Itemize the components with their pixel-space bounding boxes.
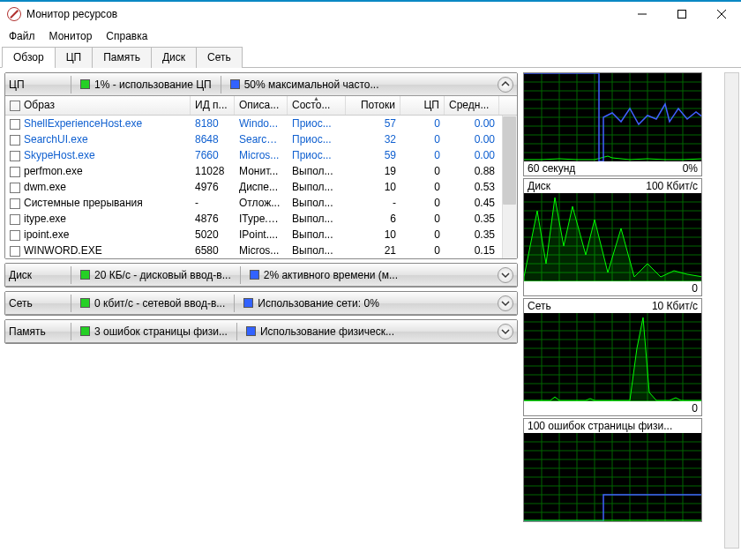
- graph-disk-max: 100 Кбит/с: [646, 180, 698, 192]
- section-memory: Память 3 ошибок страницы физи... Использ…: [4, 319, 518, 344]
- row-checkbox[interactable]: [10, 230, 20, 241]
- section-disk-header[interactable]: Диск 20 КБ/с - дисковый ввод-в... 2% акт…: [5, 264, 517, 287]
- col-image[interactable]: Образ: [5, 96, 191, 115]
- section-network-header[interactable]: Сеть 0 кбит/с - сетевой ввод-в... Исполь…: [5, 292, 517, 315]
- cpu-freq-icon: [230, 79, 240, 89]
- mem-use-icon: [246, 326, 256, 336]
- row-checkbox[interactable]: [10, 183, 20, 193]
- disk-io-text: 20 КБ/с - дисковый ввод-в...: [94, 269, 231, 281]
- table-row[interactable]: SearchUI.exe8648Search ...Приос...3200.0…: [5, 131, 517, 147]
- disk-active-icon: [250, 270, 259, 280]
- table-body: ShellExperienceHost.exe8180Windo...Приос…: [5, 116, 517, 258]
- net-use-icon: [243, 298, 253, 308]
- network-chart: [524, 313, 701, 401]
- expand-memory-button[interactable]: [498, 324, 513, 340]
- section-cpu-title: ЦП: [9, 78, 62, 91]
- graph-disk: Диск100 Кбит/с 0: [523, 178, 702, 296]
- tab-cpu[interactable]: ЦП: [55, 47, 94, 68]
- col-avg[interactable]: Средн...: [445, 96, 499, 115]
- disk-active-text: 2% активного времени (м...: [264, 269, 398, 281]
- col-status[interactable]: ▲Состо...: [288, 96, 346, 115]
- section-cpu: ЦП 1% - использование ЦП 50% максимально…: [4, 72, 518, 259]
- row-checkbox[interactable]: [10, 246, 20, 257]
- table-row[interactable]: dwm.exe4976Диспе...Выпол...1000.53: [5, 179, 517, 195]
- section-memory-title: Память: [9, 325, 62, 338]
- minimize-button[interactable]: [622, 2, 662, 26]
- cpu-freq-text: 50% максимальной часто...: [244, 78, 379, 91]
- disk-chart: [524, 193, 701, 281]
- mem-faults-icon: [80, 326, 90, 336]
- row-checkbox[interactable]: [10, 198, 20, 209]
- cpu-chart: [524, 73, 701, 161]
- tab-row: Обзор ЦП Память Диск Сеть: [0, 46, 741, 68]
- table-scrollbar[interactable]: [502, 116, 517, 258]
- mem-faults-text: 3 ошибок страницы физи...: [94, 325, 228, 338]
- net-io-text: 0 кбит/с - сетевой ввод-в...: [94, 297, 225, 310]
- svg-rect-1: [677, 11, 685, 19]
- graph-disk-min: 0: [692, 282, 698, 295]
- close-button[interactable]: [701, 2, 741, 26]
- table-row[interactable]: SkypeHost.exe7660Micros...Приос...5900.0…: [5, 147, 517, 163]
- tab-disk[interactable]: Диск: [151, 47, 197, 68]
- col-desc[interactable]: Описа...: [235, 96, 288, 115]
- collapse-cpu-button[interactable]: [498, 77, 513, 93]
- menu-file[interactable]: Файл: [4, 28, 41, 44]
- section-cpu-header[interactable]: ЦП 1% - использование ЦП 50% максимально…: [5, 73, 517, 96]
- graph-mem-title: 100 ошибок страницы физи...: [528, 420, 672, 432]
- title-bar: Монитор ресурсов: [0, 0, 741, 26]
- table-row[interactable]: WINWORD.EXE6580Micros...Выпол...2100.15: [5, 243, 517, 258]
- table-row[interactable]: perfmon.exe11028Монит...Выпол...1900.88: [5, 163, 517, 179]
- row-checkbox[interactable]: [10, 135, 20, 146]
- table-row[interactable]: ShellExperienceHost.exe8180Windo...Приос…: [5, 116, 517, 131]
- section-network: Сеть 0 кбит/с - сетевой ввод-в... Исполь…: [4, 291, 518, 316]
- graph-net-max: 10 Кбит/с: [652, 300, 698, 312]
- cpu-usage-text: 1% - использование ЦП: [94, 78, 212, 91]
- app-icon: [7, 7, 21, 21]
- net-use-text: Использование сети: 0%: [258, 297, 379, 310]
- row-checkbox[interactable]: [10, 151, 20, 161]
- col-cpu[interactable]: ЦП: [400, 96, 445, 115]
- mem-use-text: Использование физическ...: [260, 325, 394, 338]
- left-pane: ЦП 1% - использование ЦП 50% максимально…: [0, 68, 521, 549]
- graph-net-title: Сеть: [528, 300, 551, 312]
- right-pane-scrollbar[interactable]: [724, 72, 739, 549]
- graph-cpu: 60 секунд0%: [523, 72, 702, 176]
- graph-network: Сеть10 Кбит/с 0: [523, 298, 702, 416]
- expand-network-button[interactable]: [498, 295, 513, 311]
- section-disk: Диск 20 КБ/с - дисковый ввод-в... 2% акт…: [4, 263, 518, 287]
- menu-monitor[interactable]: Монитор: [44, 28, 98, 44]
- tab-network[interactable]: Сеть: [196, 47, 243, 68]
- row-checkbox[interactable]: [10, 167, 20, 177]
- section-disk-title: Диск: [9, 269, 62, 281]
- disk-io-icon: [80, 270, 90, 280]
- menu-help[interactable]: Справка: [101, 28, 153, 44]
- row-checkbox[interactable]: [10, 214, 20, 225]
- checkbox-all[interactable]: [10, 101, 20, 111]
- cpu-usage-icon: [80, 79, 90, 89]
- menu-bar: Файл Монитор Справка: [0, 26, 741, 46]
- graph-cpu-xlabel: 60 секунд: [528, 162, 575, 175]
- section-memory-header[interactable]: Память 3 ошибок страницы физи... Использ…: [5, 320, 517, 343]
- col-pid[interactable]: ИД п...: [191, 96, 235, 115]
- tab-overview[interactable]: Обзор: [2, 47, 56, 68]
- table-row[interactable]: itype.exe4876IType.exeВыпол...600.35: [5, 211, 517, 227]
- right-pane: 60 секунд0% Диск100 Кбит/с 0 Сеть10 Кбит…: [521, 68, 741, 549]
- sort-indicator-icon: ▲: [313, 96, 319, 101]
- graph-disk-title: Диск: [528, 180, 550, 192]
- window-title: Монитор ресурсов: [26, 8, 622, 20]
- table-row[interactable]: ipoint.exe5020IPoint....Выпол...1000.35: [5, 227, 517, 243]
- expand-disk-button[interactable]: [498, 267, 513, 283]
- net-io-icon: [80, 298, 90, 308]
- table-header: Образ ИД п... Описа... ▲Состо... Потоки …: [5, 96, 517, 116]
- graph-net-min: 0: [692, 402, 698, 414]
- row-checkbox[interactable]: [10, 119, 20, 130]
- memory-chart: [524, 433, 701, 521]
- maximize-button[interactable]: [662, 2, 701, 26]
- col-threads[interactable]: Потоки: [346, 96, 400, 115]
- section-network-title: Сеть: [9, 297, 62, 310]
- graph-memory: 100 ошибок страницы физи...: [523, 418, 702, 522]
- graph-cpu-min: 0%: [683, 162, 698, 175]
- tab-memory[interactable]: Память: [92, 47, 152, 68]
- table-row[interactable]: Системные прерывания-Отлож...Выпол...-00…: [5, 195, 517, 211]
